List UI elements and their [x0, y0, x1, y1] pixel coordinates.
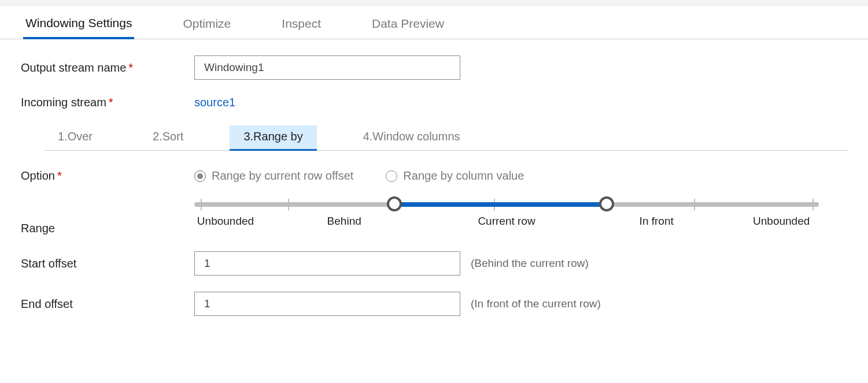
slider-mark-unbounded-left: Unbounded: [197, 215, 254, 228]
input-end-offset[interactable]: [194, 292, 460, 316]
slider-thumb-start[interactable]: [387, 196, 402, 211]
label-text: Incoming stream: [21, 96, 106, 109]
row-incoming-stream: Incoming stream* source1: [21, 96, 847, 109]
label-range: Range: [21, 199, 194, 235]
radio-circle-icon: [386, 170, 397, 182]
label-start-offset: Start offset: [21, 257, 194, 270]
row-output-stream-name: Output stream name*: [21, 55, 847, 80]
option-radio-group: Range by current row offset Range by col…: [194, 169, 524, 183]
label-incoming-stream: Incoming stream*: [21, 96, 194, 109]
required-asterisk: *: [128, 61, 133, 74]
main-tab-strip: Windowing Settings Optimize Inspect Data…: [0, 6, 868, 39]
input-start-offset[interactable]: [194, 251, 460, 276]
radio-dot-icon: [197, 173, 203, 179]
row-option: Option* Range by current row offset Rang…: [21, 169, 847, 183]
label-text: Option: [21, 169, 55, 182]
radio-range-by-current-row-offset[interactable]: Range by current row offset: [194, 169, 353, 183]
radio-circle-icon: [194, 170, 206, 182]
label-end-offset: End offset: [21, 298, 194, 311]
incoming-stream-link[interactable]: source1: [194, 96, 235, 109]
range-slider[interactable]: Unbounded Behind Current row In front Un…: [194, 199, 819, 232]
slider-thumb-end[interactable]: [599, 196, 614, 211]
inner-tab-range-by[interactable]: 3.Range by: [230, 125, 316, 151]
slider-rail: [194, 202, 819, 207]
slider-fill: [394, 202, 607, 207]
label-text: End offset: [21, 298, 73, 310]
tab-inspect[interactable]: Inspect: [279, 13, 323, 39]
row-range: Range Unbounded Behind Current row: [21, 199, 847, 235]
inner-tab-over[interactable]: 1.Over: [44, 125, 106, 151]
form-area: Output stream name* Incoming stream* sou…: [0, 39, 868, 316]
label-text: Output stream name: [21, 61, 126, 74]
slider-mark-behind: Behind: [327, 215, 361, 228]
slider-mark-unbounded-right: Unbounded: [753, 215, 810, 228]
hint-start-offset: (Behind the current row): [471, 257, 589, 270]
hint-end-offset: (In front of the current row): [471, 298, 601, 310]
required-asterisk: *: [109, 96, 113, 109]
slider-mark-current-row: Current row: [478, 215, 535, 228]
tab-optimize[interactable]: Optimize: [180, 13, 233, 39]
inner-tab-strip: 1.Over 2.Sort 3.Range by 4.Window column…: [44, 125, 847, 151]
label-text: Start offset: [21, 257, 76, 270]
label-option: Option*: [21, 169, 194, 183]
radio-range-by-column-value[interactable]: Range by column value: [386, 169, 524, 183]
row-end-offset: End offset (In front of the current row): [21, 292, 847, 316]
label-output-stream-name: Output stream name*: [21, 61, 194, 75]
required-asterisk: *: [57, 169, 62, 182]
row-start-offset: Start offset (Behind the current row): [21, 251, 847, 276]
window-chrome-strip: [0, 0, 868, 6]
inner-tab-window-columns[interactable]: 4.Window columns: [349, 125, 474, 151]
slider-tick: [201, 199, 202, 210]
label-text: Range: [21, 222, 55, 235]
radio-label: Range by current row offset: [212, 169, 353, 183]
slider-tick: [288, 199, 289, 210]
tab-windowing-settings[interactable]: Windowing Settings: [23, 13, 134, 39]
radio-label: Range by column value: [403, 169, 524, 183]
slider-labels: Unbounded Behind Current row In front Un…: [194, 215, 819, 232]
input-output-stream-name[interactable]: [194, 55, 460, 80]
tab-data-preview[interactable]: Data Preview: [370, 13, 446, 39]
slider-tick: [694, 199, 695, 210]
slider-mark-in-front: In front: [640, 215, 674, 228]
inner-tab-sort[interactable]: 2.Sort: [139, 125, 197, 151]
slider-tick: [812, 199, 814, 210]
